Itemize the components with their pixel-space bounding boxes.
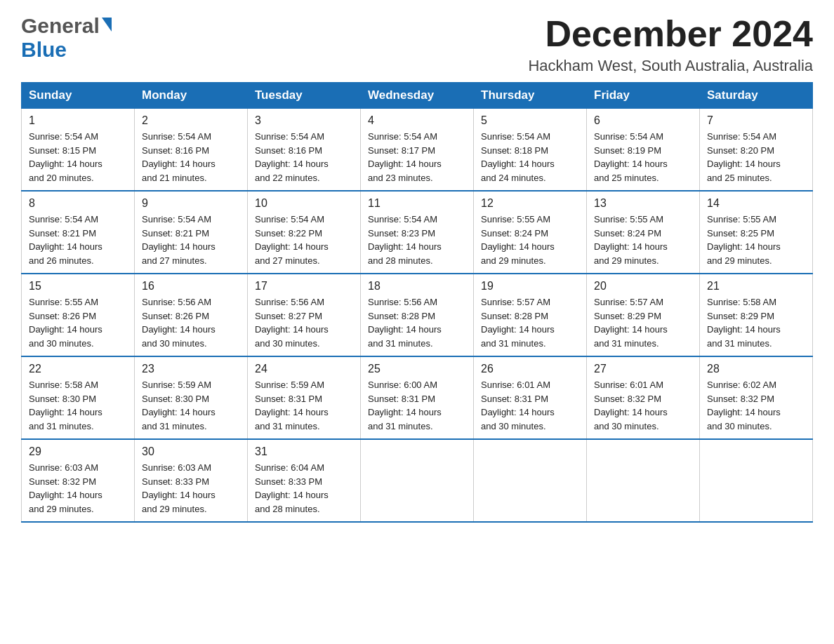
day-info: Sunrise: 5:56 AMSunset: 8:28 PMDaylight:… — [368, 295, 466, 350]
day-number: 7 — [707, 114, 805, 127]
day-number: 31 — [255, 445, 353, 458]
day-info: Sunrise: 6:04 AMSunset: 8:33 PMDaylight:… — [255, 461, 353, 516]
day-info: Sunrise: 5:59 AMSunset: 8:31 PMDaylight:… — [255, 378, 353, 433]
calendar-week-row: 1Sunrise: 5:54 AMSunset: 8:15 PMDaylight… — [22, 109, 813, 192]
day-info: Sunrise: 5:54 AMSunset: 8:19 PMDaylight:… — [594, 130, 692, 185]
day-info: Sunrise: 5:56 AMSunset: 8:26 PMDaylight:… — [142, 295, 240, 350]
calendar-title-area: December 2024 Hackham West, South Austra… — [528, 14, 813, 75]
day-number: 11 — [368, 197, 466, 210]
calendar-day-cell: 22Sunrise: 5:58 AMSunset: 8:30 PMDayligh… — [22, 356, 135, 439]
day-info: Sunrise: 5:54 AMSunset: 8:22 PMDaylight:… — [255, 213, 353, 267]
day-number: 30 — [142, 445, 240, 458]
calendar-week-row: 29Sunrise: 6:03 AMSunset: 8:32 PMDayligh… — [22, 439, 813, 522]
day-number: 23 — [142, 363, 240, 375]
day-info: Sunrise: 5:55 AMSunset: 8:25 PMDaylight:… — [707, 213, 805, 267]
calendar-day-cell: 9Sunrise: 5:54 AMSunset: 8:21 PMDaylight… — [135, 191, 248, 274]
day-number: 24 — [255, 363, 353, 375]
day-info: Sunrise: 6:01 AMSunset: 8:32 PMDaylight:… — [594, 378, 692, 433]
day-number: 8 — [29, 197, 127, 210]
day-number: 29 — [29, 445, 127, 458]
day-info: Sunrise: 5:54 AMSunset: 8:17 PMDaylight:… — [368, 130, 466, 185]
day-number: 16 — [142, 280, 240, 293]
calendar-day-cell — [587, 439, 700, 522]
day-info: Sunrise: 5:54 AMSunset: 8:18 PMDaylight:… — [481, 130, 579, 185]
calendar-day-cell: 10Sunrise: 5:54 AMSunset: 8:22 PMDayligh… — [248, 191, 361, 274]
logo-blue-text: Blue — [21, 38, 67, 61]
calendar-day-cell: 13Sunrise: 5:55 AMSunset: 8:24 PMDayligh… — [587, 191, 700, 274]
day-number: 17 — [255, 280, 353, 293]
logo-triangle-icon — [102, 18, 112, 32]
calendar-week-row: 15Sunrise: 5:55 AMSunset: 8:26 PMDayligh… — [22, 274, 813, 356]
weekday-header-tuesday: Tuesday — [248, 83, 361, 109]
calendar-day-cell: 14Sunrise: 5:55 AMSunset: 8:25 PMDayligh… — [700, 191, 813, 274]
day-number: 21 — [707, 280, 805, 293]
calendar-day-cell: 2Sunrise: 5:54 AMSunset: 8:16 PMDaylight… — [135, 109, 248, 192]
day-number: 26 — [481, 363, 579, 375]
calendar-day-cell: 26Sunrise: 6:01 AMSunset: 8:31 PMDayligh… — [474, 356, 587, 439]
calendar-day-cell: 15Sunrise: 5:55 AMSunset: 8:26 PMDayligh… — [22, 274, 135, 356]
day-info: Sunrise: 5:54 AMSunset: 8:21 PMDaylight:… — [29, 213, 127, 267]
logo: General Blue — [21, 14, 112, 62]
day-number: 20 — [594, 280, 692, 293]
calendar-day-cell: 5Sunrise: 5:54 AMSunset: 8:18 PMDaylight… — [474, 109, 587, 192]
day-info: Sunrise: 5:54 AMSunset: 8:21 PMDaylight:… — [142, 213, 240, 267]
day-number: 1 — [29, 114, 127, 127]
calendar-day-cell: 27Sunrise: 6:01 AMSunset: 8:32 PMDayligh… — [587, 356, 700, 439]
calendar-day-cell: 16Sunrise: 5:56 AMSunset: 8:26 PMDayligh… — [135, 274, 248, 356]
day-info: Sunrise: 5:55 AMSunset: 8:24 PMDaylight:… — [594, 213, 692, 267]
day-info: Sunrise: 5:55 AMSunset: 8:24 PMDaylight:… — [481, 213, 579, 267]
calendar-day-cell: 20Sunrise: 5:57 AMSunset: 8:29 PMDayligh… — [587, 274, 700, 356]
day-number: 2 — [142, 114, 240, 127]
day-number: 6 — [594, 114, 692, 127]
month-year-title: December 2024 — [528, 14, 813, 54]
calendar-day-cell: 25Sunrise: 6:00 AMSunset: 8:31 PMDayligh… — [361, 356, 474, 439]
calendar-day-cell — [361, 439, 474, 522]
calendar-day-cell — [700, 439, 813, 522]
weekday-header-wednesday: Wednesday — [361, 83, 474, 109]
day-info: Sunrise: 5:56 AMSunset: 8:27 PMDaylight:… — [255, 295, 353, 350]
day-info: Sunrise: 6:01 AMSunset: 8:31 PMDaylight:… — [481, 378, 579, 433]
day-number: 5 — [481, 114, 579, 127]
day-number: 10 — [255, 197, 353, 210]
calendar-day-cell: 30Sunrise: 6:03 AMSunset: 8:33 PMDayligh… — [135, 439, 248, 522]
day-info: Sunrise: 5:57 AMSunset: 8:28 PMDaylight:… — [481, 295, 579, 350]
day-info: Sunrise: 5:58 AMSunset: 8:29 PMDaylight:… — [707, 295, 805, 350]
calendar-day-cell: 12Sunrise: 5:55 AMSunset: 8:24 PMDayligh… — [474, 191, 587, 274]
calendar-day-cell: 28Sunrise: 6:02 AMSunset: 8:32 PMDayligh… — [700, 356, 813, 439]
calendar-day-cell: 31Sunrise: 6:04 AMSunset: 8:33 PMDayligh… — [248, 439, 361, 522]
day-info: Sunrise: 5:55 AMSunset: 8:26 PMDaylight:… — [29, 295, 127, 350]
calendar-day-cell: 24Sunrise: 5:59 AMSunset: 8:31 PMDayligh… — [248, 356, 361, 439]
logo-general-text: General — [21, 14, 100, 38]
calendar-day-cell: 8Sunrise: 5:54 AMSunset: 8:21 PMDaylight… — [22, 191, 135, 274]
day-info: Sunrise: 6:03 AMSunset: 8:32 PMDaylight:… — [29, 461, 127, 516]
calendar-day-cell: 21Sunrise: 5:58 AMSunset: 8:29 PMDayligh… — [700, 274, 813, 356]
day-number: 19 — [481, 280, 579, 293]
weekday-header-friday: Friday — [587, 83, 700, 109]
day-info: Sunrise: 6:02 AMSunset: 8:32 PMDaylight:… — [707, 378, 805, 433]
calendar-week-row: 8Sunrise: 5:54 AMSunset: 8:21 PMDaylight… — [22, 191, 813, 274]
day-number: 12 — [481, 197, 579, 210]
calendar-day-cell: 6Sunrise: 5:54 AMSunset: 8:19 PMDaylight… — [587, 109, 700, 192]
calendar-table: SundayMondayTuesdayWednesdayThursdayFrid… — [21, 82, 813, 523]
day-info: Sunrise: 5:54 AMSunset: 8:15 PMDaylight:… — [29, 130, 127, 185]
calendar-day-cell — [474, 439, 587, 522]
day-info: Sunrise: 5:54 AMSunset: 8:16 PMDaylight:… — [142, 130, 240, 185]
day-number: 14 — [707, 197, 805, 210]
weekday-header-monday: Monday — [135, 83, 248, 109]
calendar-day-cell: 29Sunrise: 6:03 AMSunset: 8:32 PMDayligh… — [22, 439, 135, 522]
day-info: Sunrise: 6:00 AMSunset: 8:31 PMDaylight:… — [368, 378, 466, 433]
calendar-day-cell: 17Sunrise: 5:56 AMSunset: 8:27 PMDayligh… — [248, 274, 361, 356]
weekday-header-sunday: Sunday — [22, 83, 135, 109]
calendar-day-cell: 7Sunrise: 5:54 AMSunset: 8:20 PMDaylight… — [700, 109, 813, 192]
day-number: 4 — [368, 114, 466, 127]
day-number: 27 — [594, 363, 692, 375]
day-number: 25 — [368, 363, 466, 375]
weekday-header-saturday: Saturday — [700, 83, 813, 109]
location-subtitle: Hackham West, South Australia, Australia — [528, 57, 813, 75]
day-number: 13 — [594, 197, 692, 210]
day-info: Sunrise: 5:54 AMSunset: 8:23 PMDaylight:… — [368, 213, 466, 267]
day-number: 3 — [255, 114, 353, 127]
day-info: Sunrise: 5:57 AMSunset: 8:29 PMDaylight:… — [594, 295, 692, 350]
day-info: Sunrise: 5:54 AMSunset: 8:16 PMDaylight:… — [255, 130, 353, 185]
day-number: 9 — [142, 197, 240, 210]
